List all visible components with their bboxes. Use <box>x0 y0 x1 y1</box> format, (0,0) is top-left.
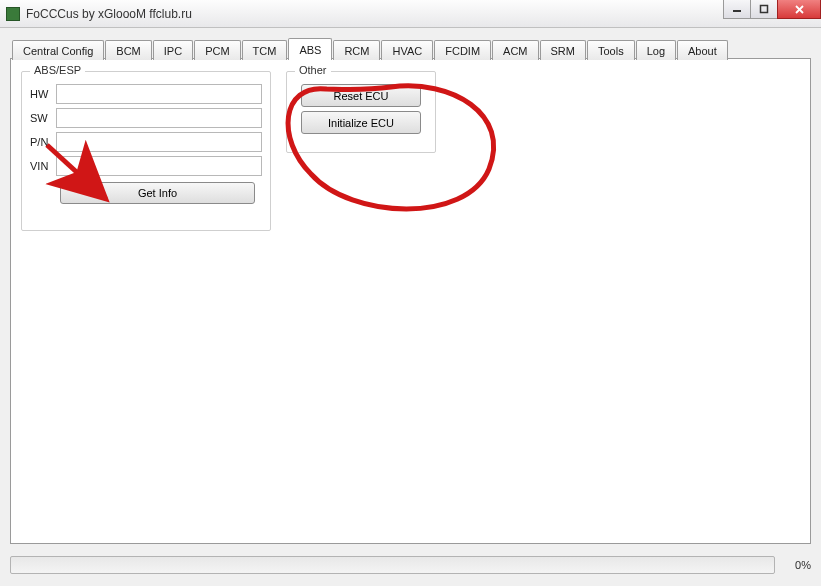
tab-bcm[interactable]: BCM <box>105 40 151 60</box>
window-controls <box>724 0 821 20</box>
maximize-button[interactable] <box>750 0 778 19</box>
tab-hvac[interactable]: HVAC <box>381 40 433 60</box>
tab-tools[interactable]: Tools <box>587 40 635 60</box>
tab-fcdim[interactable]: FCDIM <box>434 40 491 60</box>
tab-log[interactable]: Log <box>636 40 676 60</box>
sw-input[interactable] <box>56 108 262 128</box>
pn-input[interactable] <box>56 132 262 152</box>
svg-rect-1 <box>761 6 768 13</box>
get-info-button[interactable]: Get Info <box>60 182 255 204</box>
groupbox-other-legend: Other <box>295 64 331 76</box>
vin-label: VIN <box>30 160 56 172</box>
tab-pcm[interactable]: PCM <box>194 40 240 60</box>
tab-central-config[interactable]: Central Config <box>12 40 104 60</box>
client-area: Central Config BCM IPC PCM TCM ABS RCM H… <box>0 28 821 586</box>
tab-abs[interactable]: ABS <box>288 38 332 60</box>
vin-input[interactable] <box>56 156 262 176</box>
tab-about[interactable]: About <box>677 40 728 60</box>
close-button[interactable] <box>777 0 821 19</box>
tab-ipc[interactable]: IPC <box>153 40 193 60</box>
progress-percent: 0% <box>783 559 811 571</box>
close-icon <box>794 4 805 15</box>
minimize-icon <box>732 4 742 14</box>
reset-ecu-button[interactable]: Reset ECU <box>301 84 421 107</box>
groupbox-abs-esp: ABS/ESP HW SW P/N VIN Get Info <box>21 71 271 231</box>
window-title: FoCCCus by xGloooM ffclub.ru <box>26 7 192 21</box>
tab-tcm[interactable]: TCM <box>242 40 288 60</box>
hw-input[interactable] <box>56 84 262 104</box>
groupbox-abs-legend: ABS/ESP <box>30 64 85 76</box>
tabstrip: Central Config BCM IPC PCM TCM ABS RCM H… <box>10 38 811 60</box>
hw-label: HW <box>30 88 56 100</box>
statusbar: 0% <box>10 552 811 578</box>
sw-label: SW <box>30 112 56 124</box>
tab-acm[interactable]: ACM <box>492 40 538 60</box>
groupbox-other: Other Reset ECU Initialize ECU <box>286 71 436 153</box>
initialize-ecu-button[interactable]: Initialize ECU <box>301 111 421 134</box>
tabpanel-abs: ABS/ESP HW SW P/N VIN Get Info Other <box>10 58 811 544</box>
titlebar: FoCCCus by xGloooM ffclub.ru <box>0 0 821 28</box>
progress-bar <box>10 556 775 574</box>
minimize-button[interactable] <box>723 0 751 19</box>
app-icon <box>6 7 20 21</box>
pn-label: P/N <box>30 136 56 148</box>
tab-rcm[interactable]: RCM <box>333 40 380 60</box>
tab-srm[interactable]: SRM <box>540 40 586 60</box>
maximize-icon <box>759 4 769 14</box>
